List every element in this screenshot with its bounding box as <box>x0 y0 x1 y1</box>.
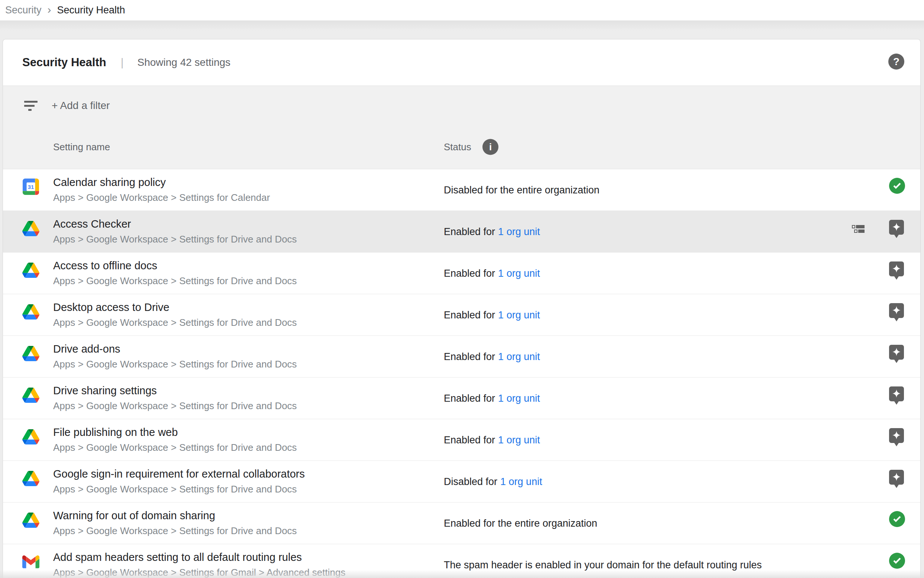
setting-status: Enabled for1 org unit <box>444 378 540 419</box>
status-text: The spam header is enabled in your domai… <box>444 559 762 571</box>
setting-status: Disabled for the entire organization <box>444 169 600 211</box>
breadcrumb-link-security[interactable]: Security <box>5 5 42 16</box>
org-unit-link[interactable]: 1 org unit <box>498 268 540 279</box>
setting-name: Add spam headers setting to all default … <box>53 551 302 563</box>
status-text: Disabled for <box>444 476 497 488</box>
status-text: Enabled for <box>444 351 495 363</box>
setting-status: Enabled for the entire organization <box>444 502 597 544</box>
table-row[interactable]: Access CheckerApps > Google Workspace > … <box>3 211 920 253</box>
status-info-icon[interactable]: i <box>482 139 498 155</box>
help-button[interactable]: ? <box>888 54 904 70</box>
setting-status: Enabled for1 org unit <box>444 419 540 461</box>
table-row[interactable]: Access to offline docsApps > Google Work… <box>3 253 920 294</box>
setting-status: Enabled for1 org unit <box>444 211 540 253</box>
setting-name: Desktop access to Drive <box>53 301 170 313</box>
setting-path: Apps > Google Workspace > Settings for D… <box>53 275 297 287</box>
setting-path: Apps > Google Workspace > Settings for D… <box>53 442 297 453</box>
recommendation-icon[interactable] <box>889 303 904 321</box>
settings-count-label: Showing 42 settings <box>138 57 231 68</box>
org-unit-link[interactable]: 1 org unit <box>498 226 540 238</box>
setting-path: Apps > Google Workspace > Settings for D… <box>53 400 297 412</box>
setting-path: Apps > Google Workspace > Settings for D… <box>53 525 297 537</box>
setting-status: Disabled for1 org unit <box>444 461 542 502</box>
settings-table-body: 31Calendar sharing policyApps > Google W… <box>3 169 920 578</box>
status-ok-check-icon <box>889 178 905 194</box>
recommendation-icon[interactable] <box>889 261 904 280</box>
add-filter-button[interactable]: + Add a filter <box>52 100 110 112</box>
gmail-icon <box>22 553 39 570</box>
table-row[interactable]: Add spam headers setting to all default … <box>3 544 920 578</box>
table-row[interactable]: Drive add-onsApps > Google Workspace > S… <box>3 336 920 378</box>
calendar-icon: 31 <box>22 178 39 195</box>
breadcrumb-current-page: Security Health <box>57 5 125 16</box>
card-header: Security Health | Showing 42 settings ? <box>3 39 920 86</box>
table-row[interactable]: File publishing on the webApps > Google … <box>3 419 920 461</box>
org-unit-link[interactable]: 1 org unit <box>498 351 540 363</box>
setting-path: Apps > Google Workspace > Settings for D… <box>53 234 297 245</box>
org-unit-link[interactable]: 1 org unit <box>498 434 540 446</box>
setting-path: Apps > Google Workspace > Settings for D… <box>53 359 297 370</box>
status-text: Enabled for <box>444 434 495 446</box>
recommendation-icon[interactable] <box>889 470 904 488</box>
setting-status: Enabled for1 org unit <box>444 336 540 378</box>
setting-path: Apps > Google Workspace > Settings for D… <box>53 317 297 328</box>
column-header-status: Status <box>444 141 471 153</box>
filter-bar: + Add a filter <box>3 86 920 125</box>
svg-text:31: 31 <box>28 184 34 190</box>
column-header-setting-name: Setting name <box>53 141 110 153</box>
security-health-card: Security Health | Showing 42 settings ? … <box>3 39 921 578</box>
breadcrumb: Security › Security Health <box>0 0 924 21</box>
setting-path: Apps > Google Workspace > Settings for C… <box>53 192 270 203</box>
setting-path: Apps > Google Workspace > Settings for D… <box>53 484 297 495</box>
setting-name: Warning for out of domain sharing <box>53 510 215 522</box>
drive-icon <box>22 470 39 487</box>
setting-name: File publishing on the web <box>53 426 178 438</box>
setting-status: Enabled for1 org unit <box>444 253 540 294</box>
recommendation-icon[interactable] <box>889 345 904 363</box>
setting-name: Access Checker <box>53 218 131 230</box>
setting-path: Apps > Google Workspace > Settings for G… <box>53 567 345 578</box>
help-icon: ? <box>893 56 900 68</box>
setting-status: Enabled for1 org unit <box>444 294 540 336</box>
title-separator: | <box>121 56 124 69</box>
filter-icon <box>24 101 37 112</box>
setting-status: The spam header is enabled in your domai… <box>444 544 762 578</box>
status-text: Enabled for <box>444 226 495 238</box>
recommendation-icon[interactable] <box>889 386 904 405</box>
setting-name: Calendar sharing policy <box>53 176 166 188</box>
table-row[interactable]: Warning for out of domain sharingApps > … <box>3 502 920 544</box>
recommendation-icon[interactable] <box>889 220 904 238</box>
setting-name: Drive add-ons <box>53 343 120 355</box>
setting-name: Access to offline docs <box>53 260 157 272</box>
status-text: Enabled for <box>444 268 495 279</box>
status-text: Enabled for <box>444 393 495 404</box>
status-text: Disabled for the entire organization <box>444 185 600 196</box>
drive-icon <box>22 428 39 445</box>
drive-icon <box>22 261 39 279</box>
status-text: Enabled for <box>444 310 495 321</box>
table-row[interactable]: Google sign-in requirement for external … <box>3 461 920 502</box>
status-text: Enabled for the entire organization <box>444 518 597 529</box>
org-unit-link[interactable]: 1 org unit <box>498 393 540 404</box>
org-unit-list-icon <box>852 225 864 233</box>
org-unit-link[interactable]: 1 org unit <box>498 310 540 321</box>
drive-icon <box>22 303 39 320</box>
org-unit-link[interactable]: 1 org unit <box>500 476 542 488</box>
table-header: Setting name Status i <box>3 125 920 169</box>
drive-icon <box>22 220 39 237</box>
setting-name: Google sign-in requirement for external … <box>53 468 305 480</box>
table-row[interactable]: Desktop access to DriveApps > Google Wor… <box>3 294 920 336</box>
setting-name: Drive sharing settings <box>53 385 157 397</box>
drive-icon <box>22 386 39 404</box>
recommendation-icon[interactable] <box>889 428 904 446</box>
table-row[interactable]: Drive sharing settingsApps > Google Work… <box>3 378 920 419</box>
status-ok-check-icon <box>889 553 905 569</box>
breadcrumb-chevron-icon: › <box>48 4 51 15</box>
status-ok-check-icon <box>889 511 905 527</box>
table-row[interactable]: 31Calendar sharing policyApps > Google W… <box>3 169 920 211</box>
page-title: Security Health <box>22 56 106 69</box>
drive-icon <box>22 511 39 529</box>
drive-icon <box>22 345 39 362</box>
